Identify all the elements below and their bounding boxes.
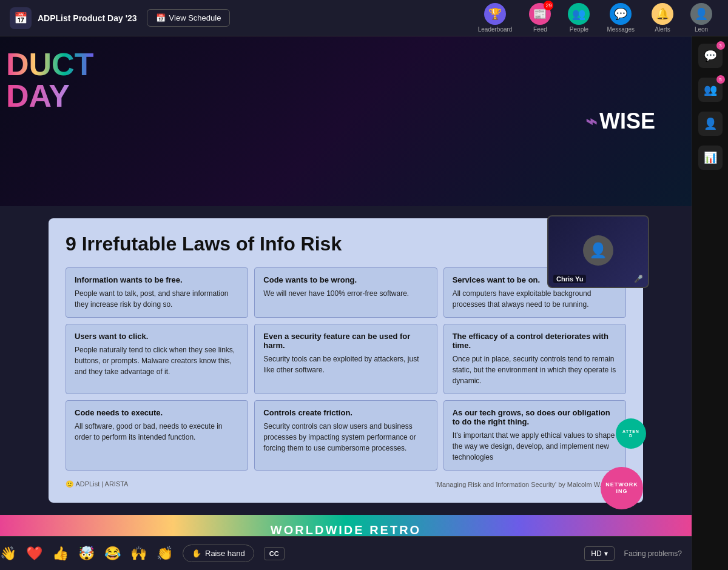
alerts-icon: 🔔 — [652, 3, 673, 25]
nav-leaderboard[interactable]: 🏆 Leaderboard — [472, 1, 519, 35]
thumbs-up-emoji-button[interactable]: 👍 — [52, 546, 69, 562]
video-tile: 👤 Chris Yu 🎤 — [547, 215, 649, 288]
raise-hand-button[interactable]: ✋ Raise hand — [183, 545, 254, 562]
nav-feed[interactable]: 📰 29 Feed — [523, 1, 557, 35]
heart-emoji-button[interactable]: ❤️ — [26, 546, 42, 562]
product-day-title: DUCT DAY — [6, 49, 93, 112]
sidebar-chat-icon[interactable]: 💬 3 — [698, 44, 723, 68]
nav-messages[interactable]: 💬 Messages — [601, 1, 641, 35]
wise-logo: ⌁ WISE — [585, 109, 655, 134]
right-sidebar: 💬 3 👥 5 👤 📊 — [692, 36, 728, 570]
law-card-9: As our tech grows, so does our obligatio… — [443, 400, 626, 471]
logo-icon: 📅 — [10, 7, 32, 29]
feed-icon: 📰 29 — [529, 3, 551, 25]
raise-hand-icon: ✋ — [192, 549, 201, 558]
law-card-6: The efficacy of a control deteriorates w… — [443, 324, 626, 394]
wave-emoji-button[interactable]: 👋 — [0, 546, 16, 562]
bottom-toolbar: 👋 ❤️ 👍 🤯 😂 🙌 👏 ✋ Raise hand CC HD ▾ Faci… — [0, 536, 692, 570]
leaderboard-icon: 🏆 — [484, 3, 506, 25]
laws-grid: Information wants to be free. People wan… — [66, 267, 626, 471]
slide-title: 9 Irrefutable Laws of Info Risk — [66, 233, 626, 255]
video-person-name: Chris Yu — [553, 275, 586, 283]
app-title: ADPList Product Day '23 — [38, 13, 137, 23]
product-text-line1: DUCT — [6, 49, 93, 80]
cc-button[interactable]: CC — [264, 547, 285, 560]
sidebar-users-icon[interactable]: 👤 — [698, 112, 723, 136]
clap-emoji-button[interactable]: 👏 — [157, 546, 173, 562]
content-area: DUCT DAY ⌁ WISE 9 Irrefutable Laws of In… — [0, 36, 692, 570]
law-card-8: Controls create friction. Security contr… — [254, 400, 437, 471]
facing-problems-link[interactable]: Facing problems? — [624, 549, 682, 558]
video-person-avatar: 👤 — [583, 235, 613, 266]
law-card-5: Even a security feature can be used for … — [254, 324, 437, 394]
nav-icons-group: 🏆 Leaderboard 📰 29 Feed 👥 People 💬 Messa… — [472, 1, 718, 35]
slide-footer: 🙂 ADPList | ARISTA 'Managing Risk and In… — [66, 480, 626, 488]
view-schedule-button[interactable]: 📅 View Schedule — [147, 9, 231, 27]
people-icon: 👥 — [568, 3, 590, 25]
messages-icon: 💬 — [610, 3, 632, 25]
celebrate-emoji-button[interactable]: 🙌 — [130, 546, 147, 562]
calendar-icon: 📅 — [156, 13, 166, 22]
networking-text: NETWORKING — [605, 481, 638, 495]
slide-footer-left: 🙂 ADPList | ARISTA — [66, 480, 128, 488]
nav-people[interactable]: 👥 People — [562, 1, 596, 35]
sidebar-chart-icon[interactable]: 📊 — [698, 146, 723, 170]
video-background: 👤 Chris Yu 🎤 — [548, 216, 648, 287]
mind-blown-emoji-button[interactable]: 🤯 — [78, 546, 95, 562]
user-avatar: 👤 — [690, 3, 712, 25]
law-card-1: Information wants to be free. People wan… — [66, 267, 248, 318]
law-card-4: Users want to click. People naturally te… — [66, 324, 248, 394]
sidebar-people-icon[interactable]: 👥 5 — [698, 78, 723, 102]
attend-text: ATTEND — [622, 429, 639, 438]
main-area: DUCT DAY ⌁ WISE 9 Irrefutable Laws of In… — [0, 36, 728, 570]
law-card-7: Code needs to execute. All software, goo… — [66, 400, 248, 471]
attend-badge: ATTEND — [616, 418, 646, 449]
app-logo: 📅 ADPList Product Day '23 — [10, 7, 137, 29]
banner-text: WORLDWIDE RETRO — [271, 523, 421, 537]
laugh-emoji-button[interactable]: 😂 — [104, 546, 121, 562]
slide-footer-right: 'Managing Risk and Information Security'… — [436, 481, 626, 488]
stage-banner: DUCT DAY ⌁ WISE — [0, 36, 692, 206]
nav-alerts[interactable]: 🔔 Alerts — [645, 1, 679, 35]
hd-quality-button[interactable]: HD ▾ — [584, 546, 614, 561]
top-navigation: 📅 ADPList Product Day '23 📅 View Schedul… — [0, 0, 728, 36]
law-card-2: Code wants to be wrong. We will never ha… — [254, 267, 437, 318]
product-text-line2: DAY — [6, 80, 93, 112]
video-mic-icon: 🎤 — [634, 275, 643, 283]
nav-user[interactable]: 👤 Leon — [684, 1, 718, 35]
adplist-footer-logo: 🙂 ADPList | ARISTA — [66, 480, 128, 488]
networking-badge: NETWORKING — [601, 467, 643, 509]
